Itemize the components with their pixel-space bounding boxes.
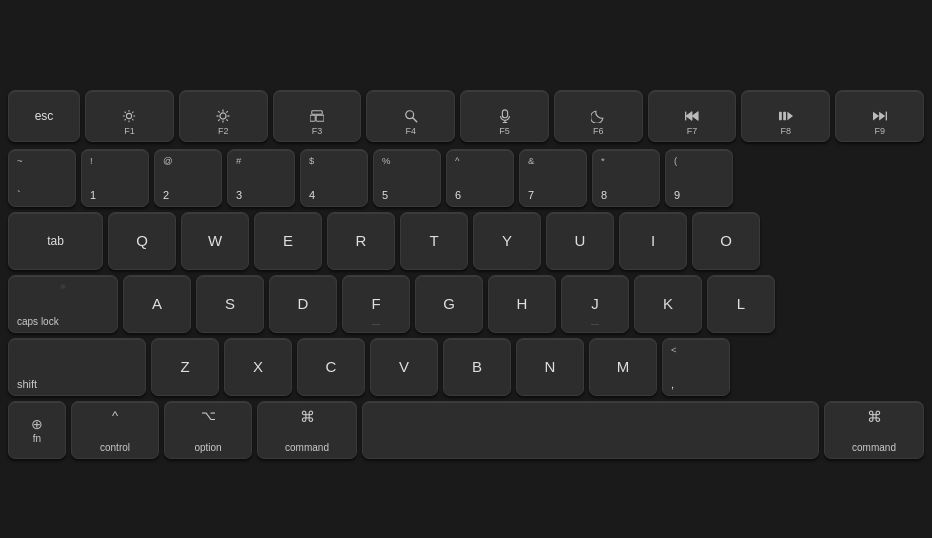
keyboard: esc F1 F2 F3 F4 F5 xyxy=(8,90,924,459)
shift-row: shift Z X C V B N M < , xyxy=(8,338,924,396)
key-s[interactable]: S xyxy=(196,275,264,333)
key-shift-left[interactable]: shift xyxy=(8,338,146,396)
key-r[interactable]: R xyxy=(327,212,395,270)
key-j[interactable]: J — xyxy=(561,275,629,333)
r-label: R xyxy=(356,232,367,249)
key-2[interactable]: @ 2 xyxy=(154,149,222,207)
key-fn[interactable]: ⊕ fn xyxy=(8,401,66,459)
u-label: U xyxy=(575,232,586,249)
svg-line-5 xyxy=(125,111,126,112)
command-right-symbol: ⌘ xyxy=(867,408,882,426)
search-icon xyxy=(404,109,418,123)
j-label: J xyxy=(591,295,599,312)
key-7[interactable]: & 7 xyxy=(519,149,587,207)
mission-control-icon xyxy=(310,109,324,123)
key-9[interactable]: ( 9 xyxy=(665,149,733,207)
key-k[interactable]: K xyxy=(634,275,702,333)
key-m[interactable]: M xyxy=(589,338,657,396)
f8-label: F8 xyxy=(781,126,792,136)
svg-rect-18 xyxy=(310,115,315,121)
key-z[interactable]: Z xyxy=(151,338,219,396)
key-e[interactable]: E xyxy=(254,212,322,270)
f4-label: F4 xyxy=(405,126,416,136)
moon-icon xyxy=(591,109,605,123)
key-i[interactable]: I xyxy=(619,212,687,270)
key-comma[interactable]: < , xyxy=(662,338,730,396)
key-f8[interactable]: F8 xyxy=(741,90,830,142)
key-capslock[interactable]: caps lock xyxy=(8,275,118,333)
key-u[interactable]: U xyxy=(546,212,614,270)
asterisk-label: * xyxy=(601,155,605,166)
key-backtick[interactable]: ~ ` xyxy=(8,149,76,207)
key-b[interactable]: B xyxy=(443,338,511,396)
key-w[interactable]: W xyxy=(181,212,249,270)
key-a[interactable]: A xyxy=(123,275,191,333)
key-tab[interactable]: tab xyxy=(8,212,103,270)
key-g[interactable]: G xyxy=(415,275,483,333)
key-f5[interactable]: F5 xyxy=(460,90,549,142)
key-command-left[interactable]: ⌘ command xyxy=(257,401,357,459)
control-label: control xyxy=(100,442,130,453)
6-label: 6 xyxy=(455,189,461,201)
key-f3[interactable]: F3 xyxy=(273,90,362,142)
c-label: C xyxy=(326,358,337,375)
key-4[interactable]: $ 4 xyxy=(300,149,368,207)
command-right-label: command xyxy=(852,442,896,453)
key-t[interactable]: T xyxy=(400,212,468,270)
z-label: Z xyxy=(180,358,189,375)
key-v[interactable]: V xyxy=(370,338,438,396)
1-label: 1 xyxy=(90,189,96,201)
n-label: N xyxy=(545,358,556,375)
key-esc[interactable]: esc xyxy=(8,90,80,142)
key-command-right[interactable]: ⌘ command xyxy=(824,401,924,459)
l-label: L xyxy=(737,295,745,312)
key-5[interactable]: % 5 xyxy=(373,149,441,207)
key-d[interactable]: D xyxy=(269,275,337,333)
svg-rect-29 xyxy=(779,111,782,119)
command-left-label: command xyxy=(285,442,329,453)
backtick-label: ` xyxy=(17,189,21,201)
key-6[interactable]: ^ 6 xyxy=(446,149,514,207)
f7-label: F7 xyxy=(687,126,698,136)
qwerty-row: tab Q W E R T Y U I O xyxy=(8,212,924,270)
key-n[interactable]: N xyxy=(516,338,584,396)
svg-rect-30 xyxy=(783,111,786,119)
h-label: H xyxy=(517,295,528,312)
key-c[interactable]: C xyxy=(297,338,365,396)
f2-label: F2 xyxy=(218,126,229,136)
lparen-label: ( xyxy=(674,155,677,166)
svg-marker-26 xyxy=(686,111,692,120)
key-space[interactable] xyxy=(362,401,819,459)
s-label: S xyxy=(225,295,235,312)
key-o[interactable]: O xyxy=(692,212,760,270)
svg-line-22 xyxy=(412,117,416,121)
key-8[interactable]: * 8 xyxy=(592,149,660,207)
key-f7[interactable]: F7 xyxy=(648,90,737,142)
f3-label: F3 xyxy=(312,126,323,136)
key-1[interactable]: ! 1 xyxy=(81,149,149,207)
key-f[interactable]: F — xyxy=(342,275,410,333)
key-option[interactable]: ⌥ option xyxy=(164,401,252,459)
svg-rect-20 xyxy=(312,110,323,114)
tab-label: tab xyxy=(47,234,64,248)
key-x[interactable]: X xyxy=(224,338,292,396)
tilde-label: ~ xyxy=(17,155,23,166)
key-f2[interactable]: F2 xyxy=(179,90,268,142)
k-label: K xyxy=(663,295,673,312)
key-f4[interactable]: F4 xyxy=(366,90,455,142)
f5-label: F5 xyxy=(499,126,510,136)
key-y[interactable]: Y xyxy=(473,212,541,270)
key-3[interactable]: # 3 xyxy=(227,149,295,207)
caret-label: ^ xyxy=(455,155,459,166)
key-f9[interactable]: F9 xyxy=(835,90,924,142)
key-f1[interactable]: F1 xyxy=(85,90,174,142)
svg-line-17 xyxy=(218,119,219,120)
comma-label: , xyxy=(671,378,674,390)
key-control[interactable]: ^ control xyxy=(71,401,159,459)
t-label: T xyxy=(429,232,438,249)
key-f6[interactable]: F6 xyxy=(554,90,643,142)
key-q[interactable]: Q xyxy=(108,212,176,270)
key-h[interactable]: H xyxy=(488,275,556,333)
key-l[interactable]: L xyxy=(707,275,775,333)
percent-label: % xyxy=(382,155,390,166)
